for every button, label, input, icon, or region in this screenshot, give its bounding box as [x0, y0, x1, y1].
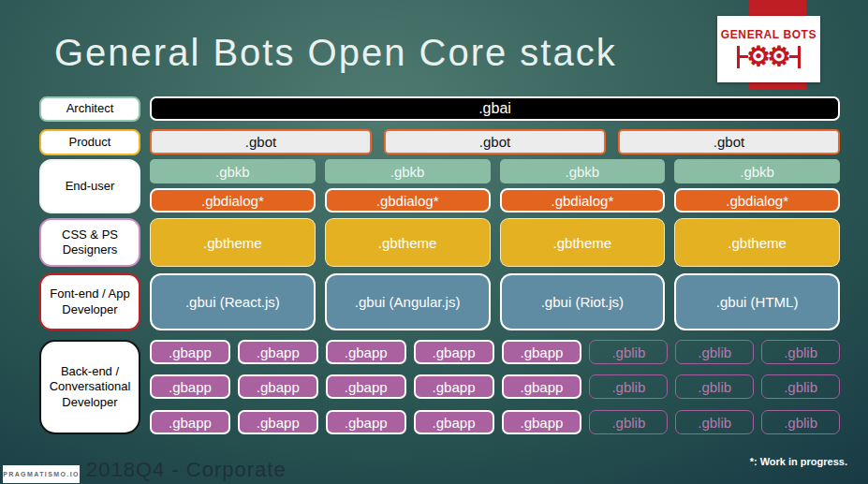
gbdialog-box: .gbdialog*	[150, 188, 316, 213]
gbapp-box: .gbapp	[150, 410, 230, 434]
pragmatismo-logo-text: PRAGMATISMO.IO	[3, 471, 80, 477]
stack-row-gbui: .gbui (React.js).gbui (Angular.js).gbui …	[150, 273, 840, 330]
gbtheme-box: .gbtheme	[150, 218, 316, 267]
gbot-box: .gbot	[150, 129, 372, 154]
gbkb-box: .gbkb	[500, 159, 666, 183]
role-label-backend: Back-end / Conversational Developer	[39, 340, 140, 434]
role-label-text: Product	[69, 135, 111, 150]
gblib-box: .gblib	[589, 340, 668, 364]
gbapp-box: .gbapp	[502, 374, 582, 399]
stack-row-apps-2: .gbapp.gbapp.gbapp.gbapp.gbapp.gblib.gbl…	[150, 374, 840, 399]
stack-row-gbai: .gbai	[150, 96, 840, 121]
general-bots-logo: GENERAL BOTS ⚙ ⚙	[717, 16, 820, 82]
gbapp-box: .gbapp	[502, 410, 582, 434]
role-label-architect: Architect	[39, 96, 140, 122]
gbui-box: .gbui (HTML)	[674, 273, 840, 330]
gbapp-box: .gbapp	[326, 340, 406, 364]
role-label-css-ps-designers: CSS & PS Designers	[39, 218, 140, 267]
gbot-box: .gbot	[384, 129, 606, 154]
gbapp-box: .gbapp	[150, 374, 230, 399]
gbapp-box: .gbapp	[326, 374, 406, 399]
gears-icon: ⚙ ⚙	[737, 43, 801, 70]
gbapp-box: .gbapp	[414, 374, 494, 399]
role-label-text: CSS & PS Designers	[46, 227, 134, 258]
gbui-box: .gbui (Riot.js)	[500, 273, 666, 330]
gbai-box: .gbai	[150, 96, 840, 121]
gblib-box: .gblib	[761, 340, 840, 364]
gear-right-stub	[789, 55, 798, 58]
slide: General Bots Open Core stack GENERAL BOT…	[0, 0, 868, 484]
gblib-box: .gblib	[675, 340, 754, 364]
gbtheme-box: .gbtheme	[325, 218, 491, 267]
gbdialog-box: .gbdialog*	[674, 188, 840, 213]
gbapp-box: .gbapp	[326, 410, 406, 434]
gbui-box: .gbui (React.js)	[150, 273, 316, 330]
work-in-progress-note: *: Work in progress.	[750, 456, 847, 467]
role-label-text: Architect	[66, 101, 114, 116]
gbdialog-box: .gbdialog*	[325, 188, 491, 213]
gbtheme-box: .gbtheme	[500, 218, 666, 267]
gbapp-box: .gbapp	[238, 340, 318, 364]
gblib-box: .gblib	[675, 374, 754, 399]
stack-row-apps-3: .gbapp.gbapp.gbapp.gbapp.gbapp.gblib.gbl…	[150, 410, 840, 434]
gbapp-box: .gbapp	[414, 340, 494, 364]
gblib-box: .gblib	[761, 410, 840, 434]
role-label-end-user: End-user	[39, 159, 140, 213]
gear-icon: ⚙	[767, 43, 791, 70]
gbapp-box: .gbapp	[502, 340, 582, 364]
gbapp-box: .gbapp	[414, 410, 494, 434]
role-label-text: Back-end / Conversational Developer	[46, 364, 134, 410]
stack-row-gbkb: .gbkb.gbkb.gbkb.gbkb	[150, 159, 840, 183]
gblib-box: .gblib	[675, 410, 754, 434]
pragmatismo-logo: PRAGMATISMO.IO	[3, 465, 80, 483]
gbui-box: .gbui (Angular.js)	[325, 273, 491, 330]
role-label-text: End-user	[66, 179, 115, 194]
gbkb-box: .gbkb	[325, 159, 491, 183]
gear-right-bar	[798, 46, 801, 68]
role-label-product: Product	[39, 129, 140, 155]
gblib-box: .gblib	[589, 410, 668, 434]
stack-row-gbot: .gbot.gbot.gbot	[150, 129, 840, 154]
gbtheme-box: .gbtheme	[674, 218, 840, 267]
slide-caption: 2018Q4 - Corporate	[86, 458, 287, 482]
stack-row-gbdialog: .gbdialog*.gbdialog*.gbdialog*.gbdialog*	[150, 188, 840, 213]
gbdialog-box: .gbdialog*	[500, 188, 666, 213]
gbot-box: .gbot	[618, 129, 840, 154]
logo-brand-text: GENERAL BOTS	[721, 28, 817, 41]
stack-row-gbtheme: .gbtheme.gbtheme.gbtheme.gbtheme	[150, 218, 840, 267]
gblib-box: .gblib	[761, 374, 840, 399]
gbapp-box: .gbapp	[238, 410, 318, 434]
gbapp-box: .gbapp	[238, 374, 318, 399]
gblib-box: .gblib	[589, 374, 668, 399]
gbapp-box: .gbapp	[150, 340, 230, 364]
page-title: General Bots Open Core stack	[54, 32, 617, 74]
gbkb-box: .gbkb	[150, 159, 316, 183]
gbkb-box: .gbkb	[674, 159, 840, 183]
role-label-frontend: Font-end / App Developer	[39, 273, 140, 330]
role-label-text: Font-end / App Developer	[46, 286, 134, 317]
stack-row-apps-1: .gbapp.gbapp.gbapp.gbapp.gbapp.gblib.gbl…	[150, 340, 840, 364]
